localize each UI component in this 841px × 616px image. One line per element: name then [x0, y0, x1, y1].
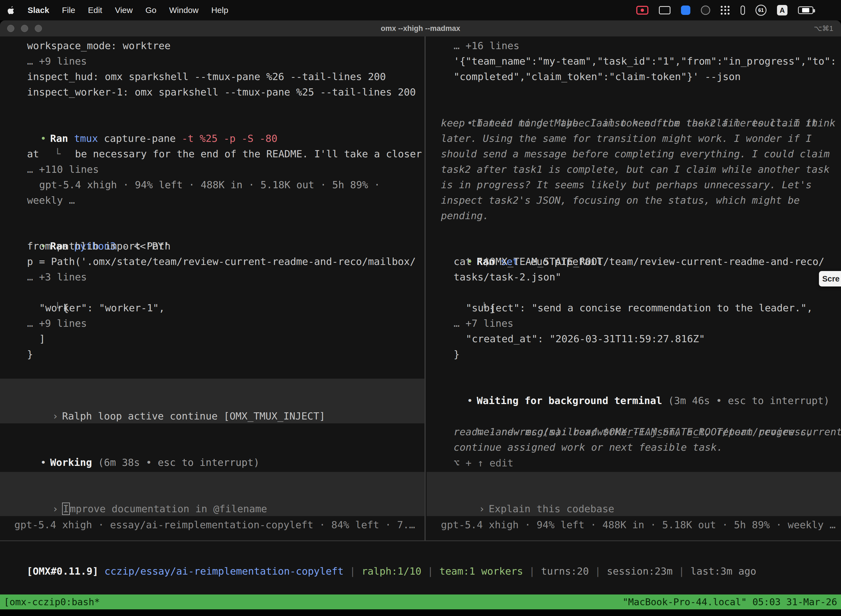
command-result-line: └{	[19, 285, 69, 300]
mailbox-message-line: continue assigned work or next feasible …	[454, 440, 722, 455]
blue-app-icon[interactable]	[681, 6, 690, 15]
hud-stats-line: gpt-5.4 xhigh · 94% left · 488K in · 5.1…	[39, 177, 380, 193]
pane-divider-horizontal[interactable]	[0, 540, 841, 541]
json-line: "created_at": "2026-03-31T11:59:27.816Z"	[466, 331, 705, 347]
menu-file[interactable]: File	[62, 6, 75, 15]
prompt-placeholder: mprove documentation in @filename	[70, 503, 267, 515]
battery-icon[interactable]	[798, 6, 813, 14]
code-line: from pathlib import Path	[27, 238, 170, 254]
menu-go[interactable]: Go	[145, 6, 157, 15]
working-meta: (6m 38s • esc to interrupt)	[92, 457, 259, 468]
code-line: '{"team_name":"my-team","task_id":"1","f…	[454, 54, 836, 69]
hud-stats-line: weekly …	[27, 193, 75, 208]
result-wrap-line: at	[27, 146, 39, 162]
last-activity: last:3m ago	[691, 566, 756, 577]
menu-edit[interactable]: Edit	[88, 6, 103, 15]
battery-percent-circle-icon[interactable]: 61	[756, 5, 766, 16]
tmux-host-clock: "MacBook-Pro-44.local" 05:03 31-Mar-26	[623, 596, 837, 607]
pane-divider-vertical[interactable]	[425, 37, 425, 540]
session-duration: session:23m	[607, 566, 673, 577]
team-workers: team:1 workers	[439, 566, 523, 577]
menu-bar-status-icons: 61 A	[636, 5, 833, 16]
separator: |	[343, 566, 362, 577]
omx-version: [OMX#0.11.9]	[27, 566, 98, 577]
ran-command-line: •Ran set -euo pipefail	[431, 238, 602, 254]
collapsed-lines-indicator: … +3 lines	[27, 269, 87, 285]
key-pill-icon[interactable]	[741, 6, 745, 15]
prompt-input-line: ›Improve documentation in @filename	[4, 486, 267, 501]
thinking-line: inspect task2's JSON, focusing on the st…	[441, 193, 800, 208]
keyboard-icon[interactable]	[659, 6, 671, 14]
omx-session-path: cczip/essay/ai-reimplementation-copyleft	[98, 566, 344, 577]
waiting-meta: (3m 46s • esc to interrupt)	[662, 395, 830, 406]
inject-banner: ›Ralph loop active continue [OMX_TMUX_IN…	[0, 378, 424, 423]
window-title-bar: omx --xhigh --madmax ⌥⌘1	[0, 21, 841, 37]
code-line: tasks/task-2.json"	[454, 269, 561, 285]
turns-counter: turns:20	[541, 566, 589, 577]
inject-banner-line: ›Ralph loop active continue [OMX_TMUX_IN…	[4, 393, 325, 408]
separator: |	[421, 566, 439, 577]
tmux-status-bar: [omx-cczip0:bash* "MacBook-Pro-44.local"…	[0, 594, 841, 609]
inject-text: Ralph loop active continue [OMX_TMUX_INJ…	[62, 411, 325, 422]
waiting-label: Waiting for background terminal	[477, 395, 662, 406]
app-grid-icon[interactable]	[721, 6, 730, 15]
prompt-placeholder: Explain this codebase	[489, 503, 614, 515]
thinking-line: keep that in mind. Maybe I also need the…	[441, 115, 818, 131]
menu-lines-icon[interactable]	[824, 6, 833, 14]
mailbox-message-line: readme-and-reco/mailbox/worker-1.json, a…	[454, 424, 812, 440]
terminal-content: workspace_mode: worktree … +9 lines insp…	[0, 37, 841, 594]
json-line: }	[27, 347, 33, 362]
collapsed-lines-indicator: … +16 lines	[454, 38, 519, 54]
apple-icon[interactable]	[8, 6, 15, 15]
menu-window[interactable]: Window	[169, 6, 199, 15]
input-source-icon[interactable]: A	[777, 5, 787, 15]
screenshot-thumbnail-overlay[interactable]: Scre	[819, 271, 841, 286]
omx-status-line: [OMX#0.11.9] cczip/essay/ai-reimplementa…	[3, 548, 756, 594]
text-cursor: I	[62, 503, 70, 515]
prompt-input-line: ›Explain this codebase	[431, 486, 614, 501]
thinking-line: •I need to get the claim token from the …	[431, 100, 841, 115]
left-pane: workspace_mode: worktree … +9 lines insp…	[0, 37, 424, 540]
json-line: }	[454, 347, 460, 362]
prompt-chevron-icon: ›	[52, 503, 58, 515]
window-hotkey-badge: ⌥⌘1	[814, 21, 833, 37]
config-line: workspace_mode: worktree	[27, 38, 170, 54]
prompt-input-band[interactable]: ›Improve documentation in @filename	[0, 472, 424, 516]
result-text: be necessary for the end of the README. …	[75, 148, 424, 160]
chevron-icon: ›	[52, 411, 58, 422]
config-line: inspect_worker-1: omx sparkshell --tmux-…	[27, 84, 416, 100]
prompt-chevron-icon: ›	[479, 503, 485, 515]
right-pane: … +16 lines '{"team_name":"my-team","tas…	[426, 37, 841, 540]
working-label: Working	[50, 457, 92, 468]
code-line: cat "$OMX_TEAM_STATE_ROOT/team/review-cu…	[454, 254, 825, 269]
waiting-status-line: •Waiting for background terminal (3m 46s…	[431, 378, 830, 393]
thinking-line: later. Using the same for transition mig…	[441, 131, 812, 146]
menu-view[interactable]: View	[115, 6, 132, 15]
mailbox-message-line: ↳1 new msg(s): read $OMX_TEAM_STATE_ROOT…	[441, 409, 841, 424]
ran-command-line: •Ran python3 - <<'PY'	[4, 223, 170, 238]
menu-help[interactable]: Help	[211, 6, 229, 15]
thinking-line: pending.	[441, 208, 489, 224]
menu-bar-left: Slack File Edit View Go Window Help	[8, 6, 228, 15]
config-line: inspect_hud: omx sparkshell --tmux-pane …	[27, 69, 386, 84]
ran-command-line: •Ran tmux capture-pane -t %25 -p -S -80	[4, 115, 277, 131]
prompt-input-band[interactable]: ›Explain this codebase	[426, 472, 841, 516]
menu-bar: Slack File Edit View Go Window Help 61 A	[0, 0, 841, 21]
collapsed-lines-indicator: … +9 lines	[27, 316, 87, 331]
dark-app-icon[interactable]	[701, 6, 710, 15]
active-app-name[interactable]: Slack	[28, 6, 49, 15]
collapsed-lines-indicator: … +110 lines	[27, 162, 99, 177]
json-line: "worker": "worker-1",	[39, 300, 165, 316]
window-title: omx --xhigh --madmax	[0, 21, 841, 37]
thinking-line: is in progress? It seems likely but perh…	[441, 177, 812, 193]
code-line: p = Path('.omx/state/team/review-current…	[27, 254, 416, 269]
bullet-icon: •	[40, 457, 46, 468]
bullet-icon: •	[467, 395, 473, 406]
screen-recording-indicator-icon[interactable]	[636, 6, 648, 15]
thinking-line: should send a message before completing …	[441, 146, 830, 162]
ralph-counter: ralph:1/10	[362, 566, 421, 577]
edit-hint: ⌥ + ↑ edit	[454, 455, 513, 471]
session-footer: gpt-5.4 xhigh · 94% left · 488K in · 5.1…	[441, 517, 835, 532]
tmux-session-window[interactable]: [omx-cczip0:bash*	[4, 596, 100, 607]
session-footer: gpt-5.4 xhigh · essay/ai-reimplementatio…	[14, 517, 415, 532]
